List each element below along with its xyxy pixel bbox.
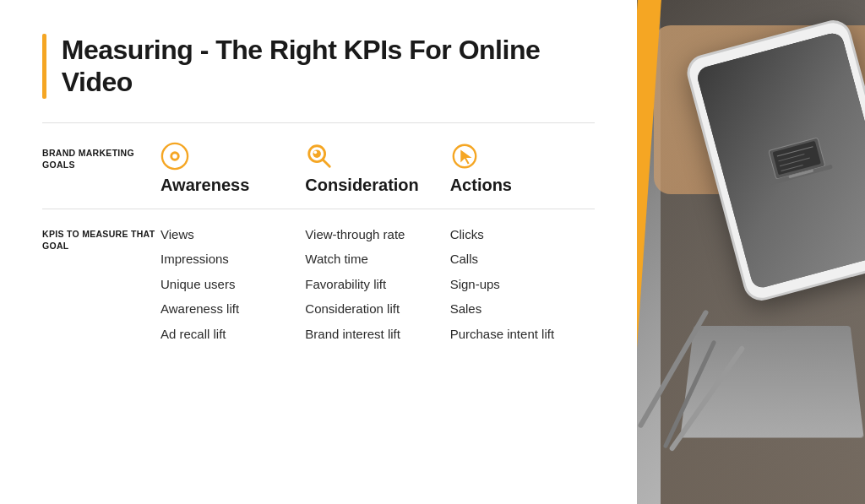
kpi-clicks: Clicks	[450, 226, 554, 243]
actions-kpi-list: Clicks Calls Sign-ups Sales Purchase int…	[450, 223, 554, 346]
kpi-views: Views	[160, 226, 239, 243]
kpi-consideration-lift: Consideration lift	[305, 301, 405, 317]
search-icon	[305, 142, 334, 171]
kpi-sales: Sales	[450, 301, 554, 317]
svg-line-4	[324, 160, 330, 166]
kpi-sign-ups: Sign-ups	[450, 276, 554, 293]
kpi-view-through-rate: View-through rate	[305, 226, 405, 243]
laptop-screen-svg	[759, 131, 835, 189]
page-wrapper: Measuring - The Right KPIs For Online Vi…	[0, 0, 865, 504]
consideration-kpis-column: View-through rate Watch time Favorabilit…	[305, 223, 449, 346]
consideration-kpi-list: View-through rate Watch time Favorabilit…	[305, 223, 405, 346]
kpi-brand-interest-lift: Brand interest lift	[305, 326, 405, 343]
content-area: Measuring - The Right KPIs For Online Vi…	[0, 0, 637, 504]
consideration-column: Consideration	[305, 142, 449, 195]
kpi-ad-recall-lift: Ad recall lift	[160, 326, 239, 343]
brand-marketing-goals-label: BRAND MARKETING GOALS	[42, 142, 160, 171]
body-columns: Views Impressions Unique users Awareness…	[160, 223, 595, 346]
kpi-favorability-lift: Favorability lift	[305, 276, 405, 293]
svg-point-6	[314, 150, 318, 154]
svg-marker-8	[460, 149, 471, 164]
kpi-unique-users: Unique users	[160, 276, 239, 293]
consideration-heading: Consideration	[305, 176, 418, 195]
header-row: BRAND MARKETING GOALS Awareness	[42, 142, 595, 209]
actions-kpis-column: Clicks Calls Sign-ups Sales Purchase int…	[450, 223, 595, 346]
eye-icon	[160, 142, 189, 171]
title-section: Measuring - The Right KPIs For Online Vi…	[42, 34, 595, 99]
image-area	[637, 0, 865, 504]
top-divider	[42, 122, 595, 123]
svg-point-2	[172, 154, 177, 159]
cursor-icon	[450, 142, 479, 171]
kpi-watch-time: Watch time	[305, 251, 405, 268]
kpi-awareness-lift: Awareness lift	[160, 301, 239, 317]
awareness-kpis-column: Views Impressions Unique users Awareness…	[160, 223, 305, 346]
main-table: BRAND MARKETING GOALS Awareness	[42, 142, 595, 346]
actions-column: Actions	[450, 142, 595, 195]
kpi-impressions: Impressions	[160, 251, 239, 268]
kpi-purchase-intent-lift: Purchase intent lift	[450, 326, 554, 343]
actions-heading: Actions	[450, 176, 512, 195]
header-columns: Awareness Consideration	[160, 142, 595, 195]
awareness-kpi-list: Views Impressions Unique users Awareness…	[160, 223, 239, 346]
page-title: Measuring - The Right KPIs For Online Vi…	[62, 34, 595, 99]
kpis-label: KPIs TO MEASURE THAT GOAL	[42, 223, 160, 252]
body-row: KPIs TO MEASURE THAT GOAL Views Impressi…	[42, 223, 595, 346]
title-bar	[42, 34, 46, 99]
svg-point-5	[313, 149, 321, 157]
image-placeholder	[637, 0, 865, 504]
laptop-shape	[680, 326, 863, 437]
awareness-column: Awareness	[160, 142, 305, 195]
awareness-heading: Awareness	[160, 176, 249, 195]
kpi-calls: Calls	[450, 251, 554, 268]
